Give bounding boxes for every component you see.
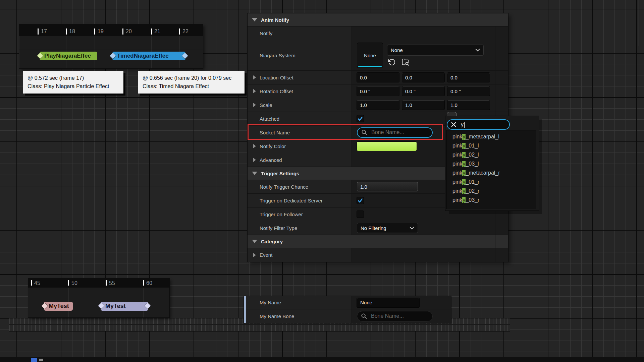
notify-duration-diamond-icon[interactable]: [182, 53, 188, 59]
bone-option[interactable]: pinky_metacarpal_r: [447, 168, 536, 177]
scale-z-field[interactable]: 1.0: [447, 100, 490, 110]
bone-option[interactable]: pinky_03_l: [447, 159, 536, 168]
bone-option[interactable]: pinky_metacarpal_l: [447, 132, 536, 141]
bone-suggestion-list: pinky_metacarpal_l pinky_01_l pinky_02_l…: [447, 130, 536, 209]
notify-track-panel-bottom: 45 50 55 60 MyTest MyTest: [29, 278, 169, 317]
browse-to-asset-icon[interactable]: [401, 58, 410, 66]
notify-play-niagara-effect[interactable]: PlayNiagaraEffec: [40, 52, 97, 60]
row-label: Scale: [260, 102, 272, 108]
niagara-system-select[interactable]: None: [387, 45, 484, 56]
scale-y-field[interactable]: 1.0: [402, 100, 444, 110]
section-header-category[interactable]: Category: [248, 235, 508, 248]
row-rotation-offset: Rotation Offset 0.0 ° 0.0 ° 0.0 °: [248, 84, 508, 98]
frame-ruler[interactable]: 45 50 55 60: [29, 278, 169, 288]
expand-triangle-icon[interactable]: [253, 158, 256, 162]
checkmark-icon: [357, 197, 363, 203]
range-handle[interactable]: [31, 358, 37, 362]
socket-name-input[interactable]: [371, 129, 426, 136]
notify-diamond-icon[interactable]: [41, 303, 47, 309]
tooltip-class: Class: Timed Niagara Effect: [143, 82, 240, 90]
collapse-triangle-icon[interactable]: [252, 240, 257, 243]
collapse-triangle-icon[interactable]: [252, 172, 257, 175]
search-icon: [361, 129, 368, 136]
location-y-field[interactable]: 0.0: [402, 73, 444, 82]
row-location-offset: Location Offset 0.0 0.0 0.0: [248, 71, 508, 84]
bone-option[interactable]: pinky_01_r: [447, 177, 536, 186]
bone-option[interactable]: pinky_02_r: [447, 186, 536, 195]
row-event: Event: [248, 248, 508, 262]
notify-diamond-icon[interactable]: [98, 303, 104, 309]
frame-ruler[interactable]: 17 18 19 20 21 22: [19, 24, 203, 36]
expand-triangle-icon[interactable]: [253, 89, 256, 94]
asset-thumbnail-label: None: [364, 53, 376, 58]
row-label: Attached: [260, 116, 279, 122]
bone-option[interactable]: pinky_02_l: [447, 150, 536, 159]
notify-filter-type-select[interactable]: No Filtering: [357, 223, 418, 233]
bone-option[interactable]: pinky_03_r: [447, 195, 536, 204]
notify-timed-niagara-effect[interactable]: TimedNiagaraEffec: [112, 52, 185, 60]
section-title: Category: [261, 239, 283, 244]
expand-triangle-icon[interactable]: [253, 103, 256, 107]
row-label: Notify Trigger Chance: [260, 184, 308, 190]
row-label: Event: [260, 252, 272, 258]
expand-triangle-icon[interactable]: [253, 75, 256, 80]
bone-search-box[interactable]: y: [447, 119, 510, 130]
rotation-z-field[interactable]: 0.0 °: [447, 86, 490, 96]
notify-color-swatch[interactable]: [357, 142, 417, 151]
scale-x-field[interactable]: 1.0: [357, 100, 399, 110]
notify-mytest-2[interactable]: MyTest: [101, 302, 148, 311]
attached-checkbox[interactable]: [357, 115, 364, 122]
expand-triangle-icon[interactable]: [253, 144, 256, 148]
use-selected-asset-icon[interactable]: [388, 58, 396, 66]
section-title: Trigger Settings: [261, 171, 299, 176]
rotation-x-field[interactable]: 0.0 °: [357, 86, 399, 96]
right-edge-divider: [639, 0, 639, 46]
my-name-panel: My Name None My Name Bone: [244, 296, 451, 323]
row-label: Trigger on Dedicated Server: [260, 198, 323, 203]
row-my-name: My Name None: [246, 296, 451, 309]
track-separator: [19, 50, 203, 50]
row-label: Notify: [260, 31, 272, 36]
my-name-bone-input[interactable]: [370, 313, 425, 319]
row-scale: Scale 1.0 1.0 1.0: [248, 98, 508, 112]
collapse-triangle-icon[interactable]: [252, 18, 257, 21]
dedicated-server-checkbox[interactable]: [357, 197, 364, 204]
follower-checkbox[interactable]: [357, 211, 364, 218]
location-x-field[interactable]: 0.0: [357, 73, 399, 82]
notify-duration-diamond-icon[interactable]: [145, 303, 151, 309]
chevron-down-icon: [410, 227, 414, 230]
notify-tooltip: @ 0.656 sec (frame 20) for 0.079 sec Cla…: [138, 71, 245, 94]
bone-option[interactable]: pinky_01_l: [447, 141, 536, 150]
frame-tick: 45: [31, 280, 40, 286]
expand-triangle-icon[interactable]: [253, 253, 256, 257]
checkmark-icon: [357, 116, 363, 122]
notify-diamond-icon[interactable]: [37, 53, 43, 59]
trigger-chance-field[interactable]: 1.0: [357, 182, 418, 191]
bottom-range-bar: [0, 357, 644, 362]
clear-search-icon[interactable]: [451, 122, 457, 127]
asset-type-color-bar: [358, 66, 382, 67]
socket-name-search[interactable]: [357, 127, 433, 138]
bone-search-text[interactable]: y: [461, 122, 464, 128]
location-z-field[interactable]: 0.0: [447, 73, 490, 82]
frame-tick: 60: [143, 280, 152, 286]
notify-mytest-1[interactable]: MyTest: [44, 302, 73, 311]
section-header-anim-notify[interactable]: Anim Notify: [248, 13, 508, 26]
rotation-y-field[interactable]: 0.0 °: [402, 86, 444, 96]
notify-tooltip: @ 0.572 sec (frame 17) Class: Play Niaga…: [23, 71, 123, 94]
my-name-bone-search[interactable]: [357, 311, 433, 321]
row-notify: Notify: [248, 26, 508, 40]
range-marker: [39, 359, 43, 361]
row-label: My Name: [260, 300, 281, 305]
asset-thumbnail[interactable]: None: [357, 43, 383, 68]
frame-tick: 17: [38, 28, 47, 35]
notify-diamond-icon[interactable]: [110, 53, 116, 59]
my-name-field[interactable]: None: [357, 298, 419, 307]
selected-filter: No Filtering: [361, 225, 386, 231]
section-title: Anim Notify: [261, 17, 289, 23]
bone-picker-dropdown: y pinky_metacarpal_l pinky_01_l pinky_02…: [445, 116, 539, 210]
chevron-down-icon: [475, 49, 480, 52]
row-label: Niagara System: [260, 53, 296, 58]
frame-tick: 21: [151, 28, 160, 35]
tooltip-time: @ 0.656 sec (frame 20) for 0.079 sec: [143, 74, 240, 82]
